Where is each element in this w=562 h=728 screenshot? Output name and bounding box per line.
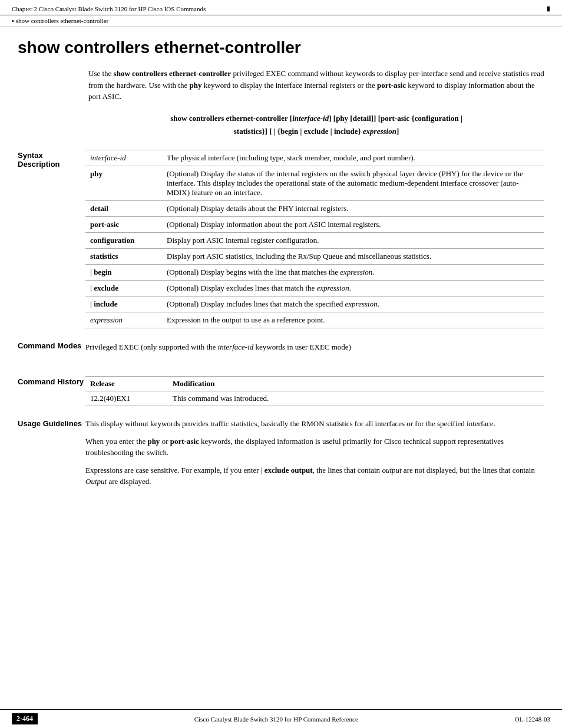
command-modes-label: Command Modes — [18, 340, 85, 365]
syntax-desc-interface-id: The physical interface (including type, … — [162, 150, 544, 166]
syntax-key-configuration: configuration — [85, 232, 162, 248]
header-chapter-title: Chapter 2 Cisco Catalyst Blade Switch 31… — [12, 5, 206, 12]
syntax-desc-exclude: (Optional) Display excludes lines that m… — [162, 280, 544, 296]
usage-para-1: When you enter the phy or port-asic keyw… — [85, 436, 544, 459]
usage-bold-phy: phy — [147, 437, 160, 446]
usage-guidelines-section: Usage Guidelines This display without ke… — [18, 418, 544, 493]
syntax-key-port-asic: port-asic — [85, 216, 162, 232]
syntax-key-statistics: statistics — [85, 248, 162, 264]
syntax-description-label: Syntax Description — [18, 150, 85, 328]
usage-italic-Output: Output — [85, 477, 107, 486]
syntax-key-exclude: | exclude — [85, 280, 162, 296]
syntax-row-expression: expression Expression in the output to u… — [85, 312, 544, 328]
intro-paragraph: Use the show controllers ethernet-contro… — [88, 68, 544, 103]
syntax-row-phy: phy (Optional) Display the status of the… — [85, 166, 544, 200]
history-col-modification: Modification — [168, 377, 544, 391]
command-history-label: Command History — [18, 376, 85, 406]
command-history-tbody: 12.2(40)EX1 This command was introduced. — [85, 391, 544, 406]
syntax-desc-expression: Expression in the output to use as a ref… — [162, 312, 544, 328]
command-history-header-row: Release Modification — [85, 377, 544, 391]
usage-guidelines-label: Usage Guidelines — [18, 418, 85, 493]
syntax-key-phy: phy — [85, 166, 162, 200]
intro-bold-cmd: show controllers ethernet-controller — [114, 69, 232, 78]
syntax-description-label-text: Syntax Description — [18, 151, 60, 169]
command-modes-label-text: Command Modes — [18, 341, 81, 350]
syntax-desc-phy: (Optional) Display the status of the int… — [162, 166, 544, 200]
syntax-desc-include: (Optional) Display includes lines that m… — [162, 296, 544, 312]
usage-guidelines-content: This display without keywords provides t… — [85, 418, 544, 493]
breadcrumb-icon: ▪ — [12, 17, 14, 24]
command-history-label-text: Command History — [18, 377, 84, 386]
command-modes-italic: interface-id — [218, 342, 254, 351]
usage-italic-output: output — [382, 466, 401, 475]
history-col-release: Release — [85, 377, 168, 391]
intro-bold-port-asic: port-asic — [377, 81, 406, 90]
syntax-key-include: | include — [85, 296, 162, 312]
page-footer: 2-464 Cisco Catalyst Blade Switch 3120 f… — [0, 709, 562, 728]
command-modes-section: Command Modes Privileged EXEC (only supp… — [18, 340, 544, 365]
syntax-row-port-asic: port-asic (Optional) Display information… — [85, 216, 544, 232]
page-title: show controllers ethernet-controller — [18, 38, 544, 57]
syntax-key-interface-id: interface-id — [85, 150, 162, 166]
syntax-desc-begin: (Optional) Display begins with the line … — [162, 264, 544, 280]
breadcrumb: ▪ show controllers ethernet-controller — [0, 15, 562, 27]
footer-right-text: OL-12248-03 — [515, 716, 551, 723]
command-modes-content: Privileged EXEC (only supported with the… — [85, 340, 544, 365]
command-history-thead: Release Modification — [85, 377, 544, 391]
main-content: show controllers ethernet-controller Use… — [0, 27, 562, 517]
usage-guidelines-label-text: Usage Guidelines — [18, 419, 82, 428]
usage-para-0: This display without keywords provides t… — [85, 418, 544, 430]
syntax-desc-port-asic: (Optional) Display information about the… — [162, 216, 544, 232]
header-separator: ▮ — [547, 5, 550, 12]
history-release-0: 12.2(40)EX1 — [85, 391, 168, 406]
usage-bold-exclude-output: exclude output — [265, 466, 313, 475]
syntax-desc-configuration: Display port ASIC internal register conf… — [162, 232, 544, 248]
command-history-content: Release Modification 12.2(40)EX1 This co… — [85, 376, 544, 406]
syntax-desc-detail: (Optional) Display details about the PHY… — [162, 200, 544, 216]
footer-center-text: Cisco Catalyst Blade Switch 3120 for HP … — [38, 716, 515, 723]
intro-bold-phy: phy — [189, 81, 201, 90]
command-history-table: Release Modification 12.2(40)EX1 This co… — [85, 376, 544, 406]
history-row-0: 12.2(40)EX1 This command was introduced. — [85, 391, 544, 406]
syntax-table-body: interface-id The physical interface (inc… — [85, 150, 544, 328]
syntax-row-detail: detail (Optional) Display details about … — [85, 200, 544, 216]
syntax-key-detail: detail — [85, 200, 162, 216]
page-header: Chapter 2 Cisco Catalyst Blade Switch 31… — [0, 0, 562, 15]
syntax-desc-statistics: Display port ASIC statistics, including … — [162, 248, 544, 264]
syntax-row-exclude: | exclude (Optional) Display excludes li… — [85, 280, 544, 296]
usage-para-2: Expressions are case sensitive. For exam… — [85, 465, 544, 487]
syntax-key-expression: expression — [85, 312, 162, 328]
history-modification-0: This command was introduced. — [168, 391, 544, 406]
command-syntax-block: show controllers ethernet-controller [in… — [88, 112, 544, 138]
syntax-table: interface-id The physical interface (inc… — [85, 150, 544, 328]
syntax-row-configuration: configuration Display port ASIC internal… — [85, 232, 544, 248]
syntax-row-begin: | begin (Optional) Display begins with t… — [85, 264, 544, 280]
usage-bold-port-asic: port-asic — [170, 437, 199, 446]
syntax-description-section: Syntax Description interface-id The phys… — [18, 150, 544, 328]
syntax-row-statistics: statistics Display port ASIC statistics,… — [85, 248, 544, 264]
syntax-key-begin: | begin — [85, 264, 162, 280]
command-history-section: Command History Release Modification 12.… — [18, 376, 544, 406]
syntax-row-include: | include (Optional) Display includes li… — [85, 296, 544, 312]
page-number: 2-464 — [12, 713, 38, 724]
syntax-row-interface-id: interface-id The physical interface (inc… — [85, 150, 544, 166]
breadcrumb-text: show controllers ethernet-controller — [16, 17, 109, 24]
syntax-description-content: interface-id The physical interface (inc… — [85, 150, 544, 328]
command-syntax-text: show controllers ethernet-controller — [170, 114, 287, 123]
